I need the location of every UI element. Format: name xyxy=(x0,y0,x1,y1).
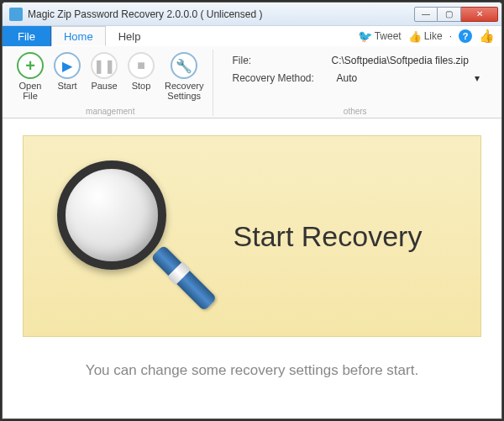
close-button[interactable]: ✕ xyxy=(461,7,498,22)
plus-icon: + xyxy=(17,52,44,79)
recovery-settings-button[interactable]: 🔧 RecoverySettings xyxy=(160,50,207,105)
file-info-panel: File: C:\Softpedia\Softpedia files.zip R… xyxy=(218,50,491,105)
tweet-button[interactable]: 🐦Tweet xyxy=(358,29,402,43)
thumbs-up-icon: 👍 xyxy=(408,30,422,43)
wrench-icon: 🔧 xyxy=(171,52,197,79)
titlebar: Magic Zip Password Recovery 2.0.0.0 ( Un… xyxy=(3,3,501,26)
magnifier-icon xyxy=(49,152,200,320)
file-path-value: C:\Softpedia\Softpedia files.zip xyxy=(331,55,485,66)
ribbon-tabrow: File Home Help 🐦Tweet 👍Like · ? 👍 xyxy=(3,26,501,46)
ribbon-group-management: + OpenFile ▶ Start ❚❚ Pause ■ Stop 🔧 xyxy=(8,50,213,116)
play-icon: ▶ xyxy=(54,52,81,79)
app-window: Magic Zip Password Recovery 2.0.0.0 ( Un… xyxy=(2,2,502,419)
ribbon-group-others: File: C:\Softpedia\Softpedia files.zip R… xyxy=(213,50,496,116)
file-menu-button[interactable]: File xyxy=(3,26,51,46)
open-file-button[interactable]: + OpenFile xyxy=(13,50,48,105)
start-button[interactable]: ▶ Start xyxy=(50,50,85,105)
method-select[interactable]: Auto ▾ xyxy=(331,71,485,85)
ribbon: + OpenFile ▶ Start ❚❚ Pause ■ Stop 🔧 xyxy=(3,46,501,118)
stop-button[interactable]: ■ Stop xyxy=(123,50,159,105)
tab-home[interactable]: Home xyxy=(51,26,106,46)
content-area: Start Recovery You can change some recov… xyxy=(3,118,501,418)
start-recovery-banner[interactable]: Start Recovery xyxy=(23,135,481,337)
recovery-method-row: Recovery Method: Auto ▾ xyxy=(232,71,485,85)
hint-text: You can change some recovery settings be… xyxy=(23,337,481,387)
window-controls: — ▢ ✕ xyxy=(414,7,498,22)
rate-icon[interactable]: 👍 xyxy=(479,29,495,44)
method-label: Recovery Method: xyxy=(232,72,324,84)
file-path-row: File: C:\Softpedia\Softpedia files.zip xyxy=(232,55,485,66)
group-label-management: management xyxy=(13,105,207,116)
stop-icon: ■ xyxy=(128,52,155,79)
chevron-down-icon: ▾ xyxy=(475,72,480,84)
group-label-others: others xyxy=(218,105,491,116)
banner-heading: Start Recovery xyxy=(200,220,455,253)
window-title: Magic Zip Password Recovery 2.0.0.0 ( Un… xyxy=(28,8,414,20)
pause-icon: ❚❚ xyxy=(91,52,118,79)
help-icon[interactable]: ? xyxy=(459,29,472,43)
like-button[interactable]: 👍Like xyxy=(408,30,443,43)
tab-help[interactable]: Help xyxy=(106,26,154,46)
app-icon xyxy=(9,8,23,21)
minimize-button[interactable]: — xyxy=(414,7,438,22)
pause-button[interactable]: ❚❚ Pause xyxy=(87,50,122,105)
twitter-icon: 🐦 xyxy=(358,29,372,43)
social-buttons: 🐦Tweet 👍Like · ? 👍 xyxy=(358,26,495,46)
maximize-button[interactable]: ▢ xyxy=(438,7,461,22)
method-value: Auto xyxy=(336,72,357,84)
file-label: File: xyxy=(232,55,324,66)
